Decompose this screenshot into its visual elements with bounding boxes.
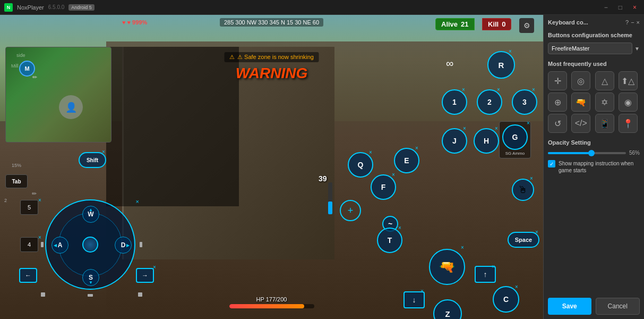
num5-close[interactable]: × [38,197,41,203]
num-4-key[interactable]: 4 [20,237,38,252]
j-key[interactable]: J [442,128,467,154]
panel-title: Keyboard co... [548,19,588,26]
icon-mobile[interactable]: 📱 [595,114,614,133]
r-key[interactable]: R [487,51,515,79]
alive-label: Alive [441,20,458,28]
right-arrow-key[interactable]: → [136,268,154,283]
g-key-close[interactable]: × [527,120,530,126]
f-key-close[interactable]: × [392,172,395,178]
down-arrow-close[interactable]: × [420,288,424,294]
icon-star[interactable]: ✡ [595,93,614,112]
tab-key[interactable]: Tab [5,174,28,188]
minimap-edit-icon[interactable]: ✏ [32,74,37,81]
kill-box: Kill 0 [482,18,511,30]
kill-count: 0 [502,20,505,28]
icon-location[interactable]: 📍 [619,114,638,133]
icon-view[interactable]: ◎ [571,71,590,90]
settings-button[interactable]: ⚙ [519,18,534,33]
g-key[interactable]: G [502,124,528,150]
weapon-icon[interactable]: 🔫 [429,249,465,285]
icon-aim[interactable]: ⬆△ [619,71,638,90]
left-arrow-key[interactable]: ← [19,268,37,283]
key-3-close[interactable]: × [532,87,535,93]
icons-grid: ✛ ◎ △ ⬆△ ⊕ 🔫 ✡ ◉ ↺ </> 📱 📍 [548,71,640,133]
checkbox-row: ✓ Show mapping instruction when game sta… [548,160,640,174]
key-2-close[interactable]: × [497,87,500,93]
dpad-center [82,237,98,253]
scheme-dropdown-icon: ▼ [634,46,640,52]
w-arrow: ▲ [83,207,98,212]
right-arrow-close[interactable]: × [153,264,156,270]
sg-ammo-label: SG Ammo [505,151,525,156]
e-key[interactable]: E [394,148,419,173]
save-button[interactable]: Save [548,298,591,315]
weapon-icon-close[interactable]: × [461,245,464,250]
scheme-label: Buttons configuration scheme [548,32,640,38]
scheme-select[interactable]: FreefireMaster [548,43,632,54]
dpad-resize-corner-br[interactable] [138,292,142,297]
health-value: ♥ 999% [127,19,148,26]
hp-bar-bg [229,304,314,308]
t-key[interactable]: T [377,228,402,253]
space-key-close[interactable]: × [535,229,538,235]
num-5-key[interactable]: 5 [20,200,38,215]
nox-logo: N [4,3,13,12]
warning-area: ⚠ ⚠ Safe zone is now shrinking WARNING [224,52,319,82]
c-key[interactable]: C [493,286,519,313]
opacity-slider[interactable] [548,152,626,154]
d-arrow: ▶ [125,238,131,253]
key-3[interactable]: 3 [512,89,537,115]
panel-close-btn[interactable]: × [637,19,640,26]
h-key[interactable]: H [474,128,499,154]
dpad-resize-bottom[interactable] [88,294,93,297]
android-badge: Android 5 [68,4,95,11]
f-key[interactable]: F [371,174,396,200]
h-key-close[interactable]: × [495,125,498,131]
minimize-button[interactable]: − [601,4,611,11]
opacity-pct-display: 15% [12,163,21,168]
dpad-resize-corner-bl[interactable] [41,292,45,297]
maximize-button[interactable]: □ [615,4,625,11]
key-1-close[interactable]: × [462,87,465,93]
right-panel: Keyboard co... ? − × Buttons configurati… [543,15,644,319]
kill-label: Kill [488,20,499,28]
c-key-close[interactable]: × [515,284,518,290]
cancel-button[interactable]: Cancel [596,298,640,315]
key-1[interactable]: 1 [442,89,467,115]
key-2[interactable]: 2 [477,89,502,115]
infinity-symbol: ∞ [446,57,453,70]
r-key-close[interactable]: × [509,48,512,54]
icon-eye[interactable]: ◉ [619,93,638,112]
num4-close[interactable]: × [38,234,41,240]
shift-key-close[interactable]: × [102,149,105,155]
panel-minimize-btn[interactable]: − [631,19,634,26]
icon-loop[interactable]: ↺ [548,114,567,133]
icon-crosshair[interactable]: ⊕ [548,93,567,112]
icon-gun[interactable]: 🔫 [571,93,590,112]
dpad-close[interactable]: × [136,198,139,205]
icon-move[interactable]: ✛ [548,71,567,90]
j-key-close[interactable]: × [463,125,466,131]
tab-edit-icon[interactable]: ✏ [32,190,37,197]
e-key-close[interactable]: × [415,145,418,151]
show-mapping-checkbox[interactable]: ✓ [548,160,555,167]
space-key[interactable]: Space [508,232,539,248]
t-key-close[interactable]: × [398,225,401,231]
title-bar: N NoxPlayer 6.5.0.0 Android 5 − □ × [0,0,644,15]
dpad-resize-left[interactable] [41,242,44,247]
hp-bar-container: HP 177/200 [229,296,314,308]
game-area[interactable]: 285 300 NW 330 345 N 15 30 NE 60 ♥ ♥ 999… [0,15,543,319]
num5-number: 2 [4,198,7,203]
icon-code[interactable]: </> [571,114,590,133]
close-button[interactable]: × [630,4,640,11]
panel-help-btn[interactable]: ? [625,19,629,26]
mouse-icon-close[interactable]: × [530,175,533,181]
q-key[interactable]: Q [348,152,373,178]
dpad-resize-right[interactable] [140,242,142,247]
mouse-icon[interactable]: 🖱 [512,179,534,201]
icon-attack[interactable]: △ [595,71,614,90]
opacity-thumb[interactable] [588,150,595,156]
q-key-close[interactable]: × [369,149,372,155]
ammo-bar-bg [328,182,332,214]
up-arrow-close[interactable]: × [492,264,495,270]
